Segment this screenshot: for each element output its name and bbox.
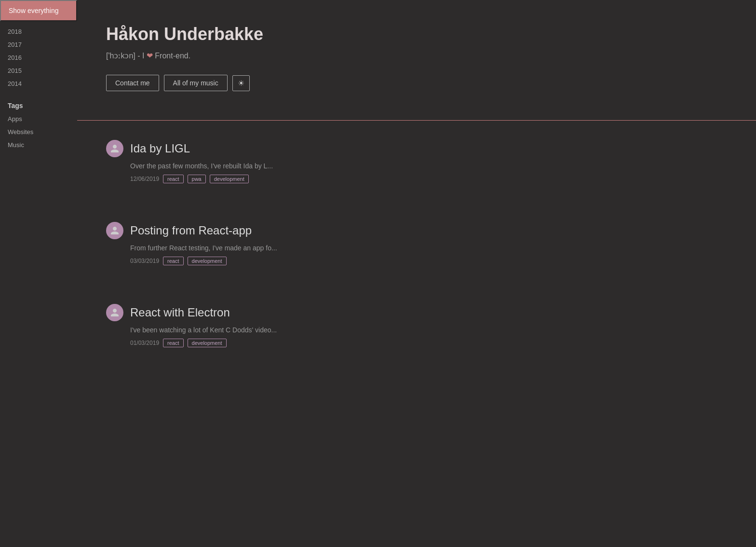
- sidebar-tag-apps[interactable]: Apps: [0, 112, 77, 125]
- post-item: React with Electron I've been watching a…: [106, 285, 482, 367]
- subtitle-prefix: ['hɔːkɔn] - I: [106, 52, 144, 60]
- avatar: [106, 304, 123, 321]
- post-item: Ida by LIGL Over the past few months, I'…: [106, 121, 482, 203]
- post-tag-pwa[interactable]: pwa: [188, 175, 206, 183]
- post-item: Posting from React-app From further Reac…: [106, 203, 482, 285]
- post-header: Ida by LIGL: [106, 140, 482, 157]
- post-tag-development[interactable]: development: [210, 175, 249, 183]
- tags-section-title: Tags: [0, 94, 77, 112]
- sidebar-year-2018[interactable]: 2018: [0, 25, 77, 38]
- post-tag-react[interactable]: react: [163, 339, 183, 347]
- page-title: Håkon Underbakke: [106, 24, 482, 44]
- all-music-button[interactable]: All of my music: [164, 75, 228, 91]
- avatar: [106, 222, 123, 239]
- sidebar: Show everything 2018 2017 2016 2015 2014…: [0, 0, 77, 547]
- user-icon: [110, 226, 120, 235]
- sidebar-tag-music[interactable]: Music: [0, 138, 77, 151]
- post-date: 03/03/2019: [130, 258, 159, 264]
- subtitle-suffix: Front-end.: [155, 52, 190, 60]
- main-content: Håkon Underbakke ['hɔːkɔn] - I ❤ Front-e…: [77, 0, 756, 547]
- post-title[interactable]: React with Electron: [130, 306, 230, 319]
- post-meta: 01/03/2019 react development: [130, 339, 482, 347]
- header-subtitle: ['hɔːkɔn] - I ❤ Front-end.: [106, 51, 482, 60]
- posts-section: Ida by LIGL Over the past few months, I'…: [77, 121, 511, 367]
- show-everything-button[interactable]: Show everything: [0, 0, 77, 21]
- theme-toggle-button[interactable]: ☀: [232, 75, 250, 91]
- sidebar-year-2016[interactable]: 2016: [0, 51, 77, 64]
- post-tag-development[interactable]: development: [188, 339, 227, 347]
- heart-icon: ❤: [147, 52, 153, 60]
- contact-button[interactable]: Contact me: [106, 75, 159, 91]
- post-meta: 03/03/2019 react development: [130, 257, 482, 265]
- sidebar-tag-websites[interactable]: Websites: [0, 125, 77, 138]
- sidebar-year-2014[interactable]: 2014: [0, 77, 77, 90]
- post-title[interactable]: Ida by LIGL: [130, 142, 190, 155]
- post-description: I've been watching a lot of Kent C Dodds…: [130, 326, 482, 334]
- header-buttons: Contact me All of my music ☀: [106, 75, 482, 91]
- post-tag-react[interactable]: react: [163, 257, 183, 265]
- header-section: Håkon Underbakke ['hɔːkɔn] - I ❤ Front-e…: [77, 0, 511, 120]
- years-list: 2018 2017 2016 2015 2014: [0, 21, 77, 94]
- post-title[interactable]: Posting from React-app: [130, 224, 252, 237]
- post-description: From further React testing, I've made an…: [130, 244, 482, 252]
- post-meta: 12/06/2019 react pwa development: [130, 175, 482, 183]
- post-date: 12/06/2019: [130, 176, 159, 182]
- post-tag-react[interactable]: react: [163, 175, 183, 183]
- post-header: Posting from React-app: [106, 222, 482, 239]
- post-tag-development[interactable]: development: [188, 257, 227, 265]
- sidebar-year-2015[interactable]: 2015: [0, 64, 77, 77]
- user-icon: [110, 308, 120, 317]
- avatar: [106, 140, 123, 157]
- post-description: Over the past few months, I've rebuilt I…: [130, 162, 482, 170]
- post-header: React with Electron: [106, 304, 482, 321]
- sidebar-year-2017[interactable]: 2017: [0, 38, 77, 51]
- post-date: 01/03/2019: [130, 340, 159, 346]
- user-icon: [110, 144, 120, 153]
